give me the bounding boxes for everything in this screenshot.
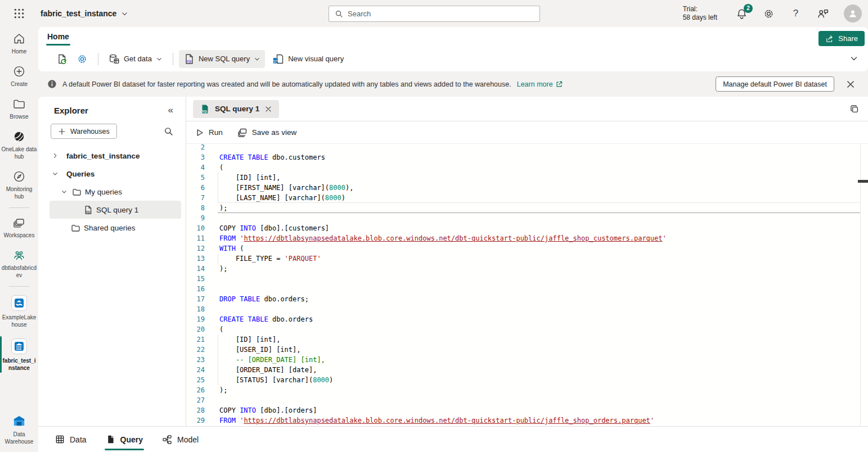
rail-item-data-warehouse[interactable]: Data Warehouse [0, 409, 38, 450]
code-line[interactable]: 8); [186, 203, 868, 213]
code-line[interactable]: 26); [186, 385, 868, 395]
feedback-button[interactable] [817, 8, 829, 20]
share-button[interactable]: Share [818, 31, 865, 46]
banner-close-icon[interactable] [845, 79, 856, 89]
rail-item-label: Workspaces [4, 232, 35, 239]
new-sql-query-button[interactable]: SQL New SQL query [179, 50, 265, 68]
app-launcher-icon[interactable] [14, 8, 25, 19]
line-number: 10 [186, 223, 205, 233]
tab-home[interactable]: Home [46, 30, 70, 43]
code-line[interactable]: 5 [ID] [int], [186, 173, 868, 183]
code-line[interactable]: 13 FILE_TYPE = 'PARQUET' [186, 254, 868, 264]
code-line[interactable]: 14); [186, 264, 868, 274]
code-line[interactable]: 21 [ID] [int], [186, 335, 868, 345]
view-tab-data[interactable]: Data [54, 432, 88, 446]
rail-item-browse[interactable]: Browse [0, 92, 38, 125]
code-line[interactable]: 11FROM 'https://dbtlabsynapsedatalake.bl… [186, 233, 868, 243]
workspace-switcher[interactable]: fabric_test_instance [41, 9, 128, 18]
rail-item-create[interactable]: Create [0, 60, 38, 92]
code-line[interactable]: 16 [186, 284, 868, 294]
account-avatar[interactable] [844, 4, 862, 22]
ribbon: Home Share Get data SQL New SQL query Ne… [38, 27, 868, 71]
code-line[interactable]: 2 [186, 144, 868, 152]
line-number: 26 [186, 385, 205, 395]
code-line[interactable]: 7 [LAST_NAME] [varchar](8000) [186, 193, 868, 203]
sql-editor[interactable]: 23CREATE TABLE dbo.customers4(5 [ID] [in… [186, 144, 868, 426]
new-warehouse-button[interactable]: Warehouses [51, 124, 117, 139]
rail-item-examplelakehouse[interactable]: ExampleLakehouse [0, 290, 38, 333]
code-line[interactable]: 27 [186, 395, 868, 405]
chevron-down-icon[interactable] [52, 170, 59, 177]
tree-item-sql-query-1[interactable]: SQL SQL query 1 [50, 201, 181, 219]
code-line[interactable]: 10COPY INTO [dbo].[customers] [186, 223, 868, 233]
code-line[interactable]: 20( [186, 324, 868, 335]
code-line[interactable]: 9 [186, 213, 868, 223]
code-line[interactable]: 23 -- [ORDER_DATE] [int], [186, 355, 868, 365]
code-text: ); [219, 385, 227, 395]
query-tab[interactable]: SQL SQL query 1 [193, 100, 279, 118]
close-tab-icon[interactable] [264, 105, 272, 113]
code-line[interactable]: 4( [186, 162, 868, 173]
manage-default-dataset-button[interactable]: Manage default Power BI dataset [716, 76, 834, 92]
people-icon [12, 248, 26, 262]
copy-icon[interactable] [849, 104, 860, 114]
code-line[interactable]: 18 [186, 304, 868, 314]
rail-item-home[interactable]: Home [0, 27, 38, 60]
tree-item-my-queries[interactable]: My queries [38, 183, 186, 201]
global-search[interactable] [329, 6, 540, 22]
code-line[interactable]: 29FROM 'https://dbtlabsynapsedatalake.bl… [186, 415, 868, 426]
code-line[interactable]: 3CREATE TABLE dbo.customers [186, 152, 868, 162]
get-data-button[interactable]: Get data [104, 50, 167, 68]
tree-item-queries[interactable]: Queries [38, 165, 186, 183]
chevron-down-icon[interactable] [61, 188, 68, 195]
code-line[interactable]: 24 [ORDER_DATE] [date], [186, 365, 868, 375]
tree-item-warehouse[interactable]: fabric_test_instance [38, 147, 186, 165]
rail-item-workspaces[interactable]: Workspaces [0, 211, 38, 243]
chevron-down-icon [121, 10, 128, 17]
code-text: FILE_TYPE = 'PARQUET' [219, 254, 321, 264]
code-line[interactable]: 15 [186, 274, 868, 284]
dataset-settings-button[interactable] [72, 50, 92, 68]
line-number: 11 [186, 233, 205, 243]
code-line[interactable]: 17DROP TABLE dbo.orders; [186, 294, 868, 304]
rail-item-onelake-data-hub[interactable]: OneLake data hub [0, 125, 38, 165]
query-workarea: SQL SQL query 1 Run Save as view 23CREAT… [186, 97, 868, 426]
refresh-dataset-button[interactable] [52, 50, 72, 68]
code-line[interactable]: 22 [USER_ID] [int], [186, 345, 868, 355]
collapse-ribbon-chevron[interactable] [849, 54, 858, 63]
learn-more-link[interactable]: Learn more [517, 80, 563, 88]
settings-button[interactable] [763, 8, 775, 20]
collapse-explorer-icon[interactable]: « [168, 105, 173, 116]
run-button[interactable]: Run [195, 128, 223, 137]
code-line[interactable]: 19CREATE TABLE dbo.orders [186, 314, 868, 324]
save-as-view-button[interactable]: Save as view [237, 128, 297, 138]
editor-scroll-indicator[interactable] [858, 180, 868, 183]
code-line[interactable]: 6 [FIRST_NAME] [varchar](8000), [186, 183, 868, 193]
view-tab-query[interactable]: Query [105, 432, 144, 446]
code-line[interactable]: 12WITH ( [186, 243, 868, 254]
search-input[interactable] [348, 10, 534, 18]
notifications-button[interactable]: 2 [736, 8, 748, 20]
explorer-search-icon[interactable] [164, 126, 173, 136]
line-number: 12 [186, 243, 205, 254]
tree-item-shared-queries[interactable]: Shared queries [38, 219, 186, 237]
help-button[interactable]: ? [790, 8, 802, 20]
sql-document-icon: SQL [183, 53, 195, 65]
question-icon: ? [793, 8, 798, 19]
rail-item-monitoring-hub[interactable]: Monitoring hub [0, 165, 38, 205]
new-visual-query-button[interactable]: New visual query [268, 50, 348, 68]
code-line[interactable]: 25 [STATUS] [varchar](8000) [186, 375, 868, 385]
rail-item-fabric-test-instance[interactable]: fabric_test_instance [0, 333, 38, 376]
line-number: 25 [186, 375, 205, 385]
chevron-right-icon[interactable] [52, 152, 59, 159]
code-text: [USER_ID] [int], [219, 345, 301, 355]
rail-item-label: fabric_test_instance [1, 357, 37, 372]
view-tab-model[interactable]: Model [161, 432, 200, 447]
code-line[interactable]: 28COPY INTO [dbo].[orders] [186, 405, 868, 415]
left-nav-rail: HomeCreateBrowseOneLake data hubMonitori… [0, 27, 38, 452]
line-number: 6 [186, 183, 205, 193]
rail-item-dbtlabsfabricdev[interactable]: dbtlabsfabricdev [0, 243, 38, 283]
explorer-tree: fabric_test_instance Queries My queries … [38, 147, 186, 237]
editor-overview-ruler[interactable] [860, 144, 868, 426]
code-text: [FIRST_NAME] [varchar](8000), [219, 183, 353, 193]
